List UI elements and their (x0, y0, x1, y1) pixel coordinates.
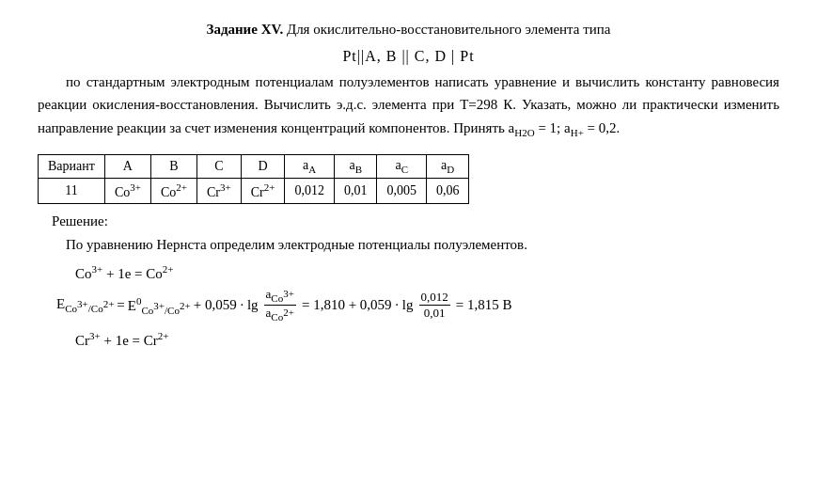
solution-label: Решение: (38, 213, 779, 229)
col-aC: аC (377, 155, 427, 179)
cell-D: Cr2+ (241, 178, 285, 203)
cell-A: Co3+ (104, 178, 150, 203)
pt-formula: Pt||A, B || C, D | Pt (38, 48, 779, 65)
eq1-plus: + 0,059 · lg (194, 297, 259, 313)
col-aB: аB (334, 155, 377, 179)
page-content: Задание XV. Для окислительно-восстановит… (38, 19, 779, 349)
col-B: B (150, 155, 196, 179)
reaction1: Co3+ + 1e = Co2+ (75, 263, 779, 282)
table-header-row: Вариант A B C D аA аB аC аD (39, 155, 469, 179)
eq1-equals2: = 1,810 + 0,059 · lg (302, 297, 414, 313)
eq1-frac1-num: aCo3+ (264, 288, 296, 306)
col-D: D (241, 155, 285, 179)
eq1-frac2-den: 0,01 (422, 306, 448, 320)
equation1: ECo3+/Co2+ = E0Co3+/Co2+ + 0,059 · lg aC… (56, 288, 779, 323)
cell-variant: 11 (39, 178, 105, 203)
eq1-E-left: ECo3+/Co2+ (56, 296, 114, 314)
task-title-rest: Для окислительно-восстановительного элем… (287, 22, 611, 37)
eq1-frac2-num: 0,012 (419, 291, 450, 306)
variant-table: Вариант A B C D аA аB аC аD 11 Co3+ Co2+… (38, 154, 469, 203)
solution-para1: По уравнению Нернста определим электродн… (38, 233, 779, 257)
eq1-equals1: = (117, 297, 124, 313)
table-row: 11 Co3+ Co2+ Cr3+ Cr2+ 0,012 0,01 0,005 … (39, 178, 469, 203)
cell-aB: 0,01 (334, 178, 377, 203)
cell-B: Co2+ (150, 178, 196, 203)
data-table-wrap: Вариант A B C D аA аB аC аD 11 Co3+ Co2+… (38, 154, 779, 203)
reaction2: Cr3+ + 1e = Cr2+ (75, 330, 779, 349)
cell-C: Cr3+ (197, 178, 242, 203)
eq1-frac1-den: aCo2+ (264, 306, 296, 323)
cell-aD: 0,06 (426, 178, 469, 203)
col-variant: Вариант (39, 155, 105, 179)
cell-aC: 0,005 (377, 178, 427, 203)
cell-aA: 0,012 (285, 178, 335, 203)
task-title: Задание XV. Для окислительно-восстановит… (38, 19, 779, 40)
eq1-result: = 1,815 В (456, 297, 512, 313)
eq1-fraction2: 0,012 0,01 (419, 291, 450, 321)
col-C: C (197, 155, 242, 179)
body-text-main: по стандартным электродным потенциалам п… (38, 74, 779, 136)
col-aD: аD (426, 155, 469, 179)
task-title-bold: Задание XV. (206, 22, 283, 37)
col-aA: аA (285, 155, 335, 179)
eq1-E0: E0Co3+/Co2+ (128, 295, 191, 316)
body-paragraph: по стандартным электродным потенциалам п… (38, 71, 779, 142)
eq1-fraction1: aCo3+ aCo2+ (264, 288, 296, 323)
col-A: A (104, 155, 150, 179)
